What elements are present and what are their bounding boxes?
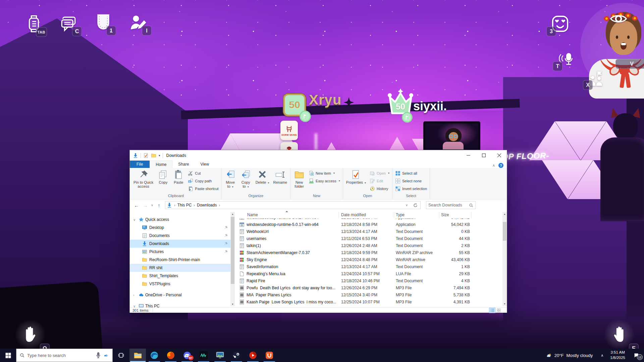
tab-file[interactable]: File bbox=[130, 161, 150, 168]
close-button[interactable] bbox=[491, 150, 507, 161]
right-hand-cursor[interactable]: E bbox=[604, 319, 635, 350]
taskbar-app-media-red[interactable] bbox=[245, 349, 261, 362]
expand-arrow-icon[interactable]: › bbox=[133, 293, 137, 297]
file-list-scrollbar[interactable]: ▴ ▾ bbox=[502, 212, 507, 306]
sidebar-item-documents[interactable]: Documents bbox=[130, 232, 230, 240]
ribbon-button-invert-selection[interactable]: Invert selection bbox=[393, 185, 429, 192]
hud-chat[interactable]: C bbox=[59, 15, 78, 33]
left-hand-cursor[interactable]: Q bbox=[15, 319, 46, 350]
weather-widget[interactable]: 20°F Mostly cloudy bbox=[542, 352, 597, 359]
hud-spectate[interactable] bbox=[610, 13, 627, 25]
ribbon-button-easy-access[interactable]: Easy access▾ bbox=[307, 177, 342, 185]
refresh-icon[interactable] bbox=[412, 201, 419, 209]
file-row[interactable]: WebhookUrl12/13/2024 4:17 AMText Documen… bbox=[235, 228, 502, 235]
sidebar-item-onedrive-personal[interactable]: ›OneDrive - Personal bbox=[130, 291, 230, 299]
properties-icon[interactable] bbox=[143, 153, 149, 158]
hud-emotes[interactable]: 3 bbox=[551, 15, 569, 33]
taskbar-app-firefox[interactable] bbox=[162, 349, 179, 362]
new-folder-icon[interactable] bbox=[151, 153, 156, 158]
sidebar-item-downloads[interactable]: Downloads bbox=[130, 240, 230, 248]
expand-arrow-icon[interactable]: ∨ bbox=[133, 304, 137, 308]
column-header-date[interactable]: Date modified bbox=[341, 213, 366, 217]
breadcrumb-segment-this-pc[interactable]: This PC bbox=[177, 203, 192, 207]
file-row[interactable]: Kaash Paige Love Songs Lyrics i miss my … bbox=[235, 299, 502, 306]
tab-share[interactable]: Share bbox=[172, 161, 195, 168]
file-row[interactable]: Sky Engine12/24/2024 8:48 PMWinRAR archi… bbox=[235, 256, 502, 263]
column-divider[interactable] bbox=[338, 212, 339, 219]
taskbar-app-edge[interactable] bbox=[146, 349, 162, 362]
ribbon-button-new-folder[interactable]: Newfolder bbox=[291, 168, 307, 189]
sidebar-item-recroom-shirt-printer-main[interactable]: RecRoom-Shirt-Printer-main bbox=[130, 256, 230, 264]
hidden-icons-chevron[interactable]: ∧ bbox=[597, 353, 607, 358]
sidebar-item-vstplugins[interactable]: VSTPlugins bbox=[130, 280, 230, 288]
large-icons-view-button[interactable] bbox=[496, 308, 501, 313]
column-header-size[interactable]: Size bbox=[441, 213, 449, 217]
sidebar-item-rr-shit[interactable]: RR shit bbox=[130, 264, 230, 272]
column-header-name[interactable]: Name bbox=[247, 213, 258, 217]
ribbon-button-rename[interactable]: Rename bbox=[271, 168, 289, 185]
ribbon-button-pin-to-quick-access[interactable]: Pin to Quickaccess bbox=[131, 168, 155, 189]
file-row[interactable]: talkin(1)12/26/2024 2:48 AMText Document… bbox=[235, 242, 502, 249]
tab-home[interactable]: Home bbox=[150, 161, 172, 168]
breadcrumb-segment-downloads[interactable]: Downloads bbox=[197, 203, 217, 207]
ribbon-button-history[interactable]: History bbox=[368, 185, 391, 192]
ribbon-button-copy-to[interactable]: Copyto ▾ bbox=[238, 168, 254, 189]
scroll-down-icon[interactable]: ▾ bbox=[230, 302, 235, 306]
column-divider[interactable] bbox=[439, 212, 439, 219]
microphone-icon[interactable] bbox=[96, 352, 101, 358]
help-icon[interactable]: ? bbox=[498, 163, 503, 168]
title-bar[interactable]: ▾ Downloads bbox=[130, 150, 507, 161]
file-row[interactable]: Rapid Fire12/18/2024 10:46 PMText Docume… bbox=[235, 278, 502, 285]
taskbar-app-voicemod[interactable] bbox=[195, 349, 212, 362]
clock[interactable]: 3:51 AM 1/8/2025 bbox=[607, 350, 629, 360]
file-row[interactable]: windowsdesktop-runtime-5.0.17-win-x6412/… bbox=[235, 221, 502, 228]
breadcrumb[interactable]: ›This PC›Downloads› ∨ bbox=[165, 201, 421, 209]
hud-watch-menu[interactable]: TAB bbox=[25, 14, 43, 34]
minimize-button[interactable] bbox=[461, 150, 476, 161]
details-view-button[interactable] bbox=[489, 308, 495, 313]
scroll-down-icon[interactable]: ▾ bbox=[502, 302, 507, 306]
sidebar-item-quick-access[interactable]: ∨Quick access bbox=[130, 216, 230, 224]
column-divider[interactable] bbox=[471, 212, 472, 219]
ribbon-button-copy[interactable]: Copy bbox=[155, 168, 171, 185]
sidebar-item-shirt-templates[interactable]: Shirt_Templates bbox=[130, 272, 230, 280]
hud-express-yourself[interactable]: I bbox=[129, 13, 148, 32]
customize-qat-icon[interactable]: ▾ bbox=[159, 154, 160, 157]
forward-button[interactable]: → bbox=[141, 201, 149, 209]
ribbon-button-paste[interactable]: Paste bbox=[171, 168, 186, 185]
hud-microphone[interactable]: T bbox=[557, 52, 574, 68]
back-button[interactable]: ← bbox=[132, 201, 141, 209]
file-row[interactable]: windowsdesktop-runtime-5.0.17-win-x6412/… bbox=[235, 219, 502, 221]
search-input[interactable]: Search Downloads bbox=[426, 201, 476, 209]
scroll-up-icon[interactable]: ▴ bbox=[230, 212, 235, 216]
file-row[interactable]: SteamAchievementManager-7.0.3712/18/2024… bbox=[235, 249, 502, 256]
taskbar-app-wallpaper-engine[interactable] bbox=[212, 349, 228, 362]
sidebar-scrollbar[interactable]: ▴ ▾ bbox=[230, 212, 235, 306]
expand-arrow-icon[interactable]: ∨ bbox=[133, 218, 137, 222]
file-row[interactable]: SavedInformation12/13/2024 4:17 AMText D… bbox=[235, 263, 502, 270]
start-button[interactable] bbox=[0, 349, 16, 362]
file-row[interactable]: MIA Paper Planes Lyrics12/15/2024 3:40 P… bbox=[235, 292, 502, 299]
ribbon-button-select-all[interactable]: Select all bbox=[393, 169, 429, 177]
ribbon-button-delete[interactable]: Delete ▾ bbox=[254, 168, 271, 185]
sidebar-item-this-pc[interactable]: ∨This PC bbox=[130, 302, 230, 307]
maximize-button[interactable] bbox=[476, 150, 491, 161]
up-button[interactable]: ↑ bbox=[155, 201, 163, 209]
ribbon-button-paste-shortcut[interactable]: Paste shortcut bbox=[186, 185, 220, 192]
taskbar-search[interactable]: Type here to search bbox=[16, 349, 113, 362]
task-view-button[interactable] bbox=[113, 349, 129, 362]
scrollbar-thumb[interactable] bbox=[503, 222, 506, 241]
taskbar-app-file-explorer[interactable] bbox=[129, 349, 146, 362]
ribbon-button-select-none[interactable]: Select none bbox=[393, 177, 429, 185]
address-dropdown-icon[interactable]: ∨ bbox=[405, 201, 409, 209]
file-row[interactable]: Repeating's Menu.lua12/24/2024 10:57 PML… bbox=[235, 270, 502, 278]
file-row[interactable]: Powfu Death Bed Lyrics dont stay away fo… bbox=[235, 285, 502, 292]
collapse-ribbon-icon[interactable]: ∧ bbox=[492, 163, 495, 168]
recent-locations-icon[interactable]: ∨ bbox=[150, 201, 154, 209]
hud-backpack[interactable]: 1 bbox=[95, 13, 112, 32]
ribbon-button-cut[interactable]: Cut bbox=[186, 169, 220, 177]
taskbar-app-steam[interactable] bbox=[228, 349, 245, 362]
sidebar-item-desktop[interactable]: Desktop bbox=[130, 224, 230, 232]
tab-view[interactable]: View bbox=[195, 161, 215, 168]
ribbon-button-properties[interactable]: Properties ▾ bbox=[344, 168, 368, 185]
